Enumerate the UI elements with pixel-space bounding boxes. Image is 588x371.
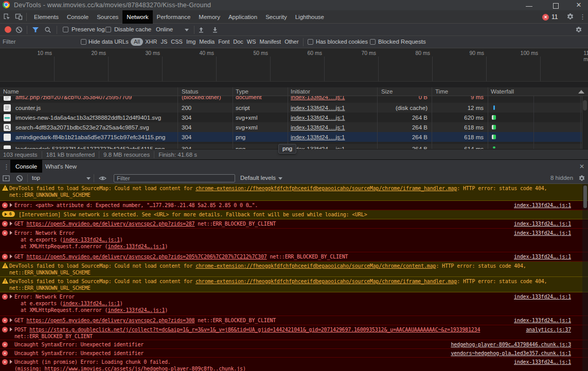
column-divider[interactable] — [288, 87, 288, 96]
tab-network[interactable]: Network — [122, 10, 152, 24]
source-location-link[interactable]: index-133fd24….js:1 — [514, 317, 571, 324]
close-drawer-icon[interactable]: ✕ — [579, 163, 587, 171]
network-settings-gear-icon[interactable] — [575, 26, 583, 34]
tab-lighthouse[interactable]: Lighthouse — [291, 10, 328, 24]
console-warning-message[interactable]: DevTools failed to load SourceMap: Could… — [0, 277, 588, 292]
import-har-icon[interactable] — [198, 26, 206, 34]
tab-application[interactable]: Application — [224, 10, 261, 24]
tab-performance[interactable]: Performance — [153, 10, 195, 24]
source-location-link[interactable]: index-133fd24….js:1 — [514, 293, 571, 300]
message-link[interactable]: https://open5.myvideo.ge/delivery/asyncs… — [26, 318, 194, 323]
has-blocked-cookies-checkbox[interactable] — [308, 39, 313, 45]
column-divider[interactable] — [177, 87, 178, 96]
drawer-tab-console[interactable]: Console — [10, 160, 42, 173]
message-link[interactable]: index-133fd24….js:1 — [108, 244, 165, 249]
column-header-name[interactable]: Name — [3, 88, 19, 95]
tab-sources[interactable]: Sources — [93, 10, 122, 24]
console-error-message[interactable]: ✕Error: <path> attribute d: Expected num… — [0, 201, 588, 210]
console-error-message[interactable]: ✕Uncaught SyntaxError: Unexpected identi… — [0, 349, 588, 358]
console-warning-message[interactable]: DevTools failed to load SourceMap: Could… — [0, 184, 588, 201]
filter-pill-css[interactable]: CSS — [169, 38, 184, 46]
message-link[interactable]: https://open5.myvideo.ge/delivery/asyncs… — [26, 221, 194, 227]
column-header-waterfall[interactable]: Waterfall — [491, 88, 514, 95]
clear-console-icon[interactable] — [16, 175, 24, 183]
column-divider[interactable] — [233, 87, 233, 96]
column-header-size[interactable]: Size — [381, 88, 393, 95]
message-link[interactable]: https://open5.myvideo.ge/delivery/asyncs… — [26, 254, 266, 259]
tab-memory[interactable]: Memory — [194, 10, 224, 24]
console-settings-gear-icon[interactable] — [578, 175, 586, 183]
console-error-message[interactable]: ✕Uncaught SyntaxError: Unexpected identi… — [0, 340, 588, 349]
console-sidebar-icon[interactable] — [3, 175, 11, 183]
console-error-message[interactable]: ✕Error: Network Errorat e.exports (index… — [0, 229, 588, 252]
live-expression-eye-icon[interactable] — [99, 175, 107, 183]
source-location-link[interactable]: vendors~hedgehog-pla…1ed3e357.chunk.js:1 — [451, 350, 571, 357]
table-row[interactable]: affs2.php?zid=207&cb=0.353840725957709(b… — [0, 96, 582, 102]
search-icon[interactable] — [44, 26, 52, 34]
column-divider[interactable] — [377, 87, 378, 96]
column-header-status[interactable]: Status — [182, 88, 199, 95]
maximize-button[interactable] — [553, 3, 559, 9]
console-error-message[interactable]: ✕Error: Network Errorat e.exports (index… — [0, 292, 588, 316]
blocked-requests-checkbox[interactable] — [370, 39, 376, 45]
minimize-button[interactable] — [526, 6, 532, 7]
source-location-link[interactable]: index-133fd24….js:1 — [514, 202, 571, 209]
device-toolbar-icon[interactable] — [15, 13, 23, 21]
filter-funnel-icon[interactable] — [32, 26, 40, 34]
preserve-log-checkbox[interactable] — [63, 27, 68, 32]
source-location-link[interactable]: index-133fd24….js:1 — [514, 230, 571, 236]
filter-pill-ws[interactable]: WS — [245, 38, 258, 46]
filter-pill-js[interactable]: JS — [159, 38, 169, 46]
console-filter-input[interactable] — [114, 174, 235, 182]
message-link[interactable]: chrome-extension://fheoggkfdfchfphceeifd… — [195, 263, 436, 269]
column-header-time[interactable]: Time — [435, 88, 448, 95]
throttling-select[interactable]: Online — [156, 26, 173, 32]
filter-pill-font[interactable]: Font — [217, 38, 231, 46]
close-button[interactable]: ✕ — [574, 1, 583, 10]
console-error-message[interactable]: ✕GET https://open5.myvideo.ge/delivery/a… — [0, 316, 588, 325]
console-error-message[interactable]: ✕GET https://open5.myvideo.ge/delivery/a… — [0, 219, 588, 229]
record-button[interactable] — [5, 26, 11, 33]
console-scrollbar[interactable] — [582, 184, 588, 371]
timeline-overview[interactable]: 10 ms20 ms30 ms40 ms50 ms60 ms70 ms80 ms… — [0, 48, 588, 87]
source-location-link[interactable]: index-133fd24….js:1 — [514, 359, 571, 365]
source-location-link[interactable]: hedgehog-player-809c…43798446.chunk.js:3 — [451, 341, 571, 348]
console-error-message[interactable]: ✕POST https://stats.g.doubleclick.net/j/… — [0, 325, 588, 340]
filter-pill-media[interactable]: Media — [198, 38, 216, 46]
inspect-element-icon[interactable] — [3, 13, 11, 21]
context-select[interactable]: top — [32, 175, 40, 181]
filter-pill-xhr[interactable]: XHR — [144, 38, 158, 46]
message-link[interactable]: chrome-extension://fheoggkfdfchfphceeifd… — [195, 186, 457, 191]
export-har-icon[interactable] — [211, 26, 220, 34]
clear-icon[interactable] — [15, 26, 24, 34]
message-link[interactable]: index-133fd24….js:1 — [63, 237, 120, 243]
column-divider[interactable] — [488, 87, 488, 96]
console-error-message[interactable]: ✕GET https://open5.myvideo.ge/delivery/a… — [0, 252, 588, 262]
console-scrollbar-thumb[interactable] — [583, 186, 587, 208]
filter-pill-other[interactable]: Other — [283, 38, 300, 46]
error-count-badge[interactable]: ✕ 11 — [542, 13, 558, 21]
column-divider[interactable] — [432, 87, 432, 96]
filter-pill-manifest[interactable]: Manifest — [258, 38, 283, 46]
more-menu-icon[interactable]: ⋮ — [579, 13, 587, 21]
settings-gear-icon[interactable] — [566, 13, 575, 21]
filter-pill-all[interactable]: All — [131, 38, 143, 46]
source-location-link[interactable]: analytics.js:37 — [526, 326, 571, 333]
source-location-link[interactable]: index-133fd24….js:1 — [514, 253, 571, 260]
filter-pill-doc[interactable]: Doc — [231, 38, 245, 46]
tab-security[interactable]: Security — [261, 10, 291, 24]
message-link[interactable]: index-133fd24….js:1 — [63, 301, 120, 306]
console-warning-message[interactable]: DevTools failed to load SourceMap: Could… — [0, 262, 588, 277]
hide-data-urls-checkbox[interactable] — [81, 39, 86, 45]
filter-input[interactable]: Filter — [3, 39, 16, 45]
message-link[interactable]: https://stats.g.doubleclick.net/j/collec… — [29, 327, 480, 332]
column-header-type[interactable]: Type — [236, 88, 248, 95]
filter-pill-img[interactable]: Img — [185, 38, 197, 46]
tab-console[interactable]: Console — [63, 10, 93, 24]
tab-elements[interactable]: Elements — [30, 10, 63, 24]
source-location-link[interactable]: index-133fd24….js:1 — [514, 220, 571, 227]
drawer-tab-what-s-new[interactable]: What's New — [40, 160, 82, 173]
message-link[interactable]: chrome-extension://fheoggkfdfchfphceeifd… — [195, 279, 457, 284]
message-link[interactable]: index-133fd24….js:1 — [108, 307, 165, 313]
console-violation-message[interactable]: 6[Intervention] Slow network is detected… — [0, 210, 588, 219]
